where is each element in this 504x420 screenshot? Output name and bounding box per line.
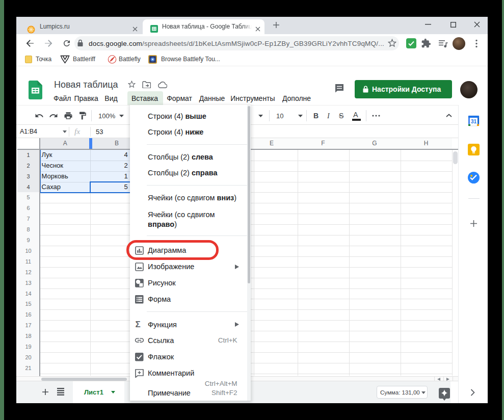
svg-text:31: 31 [471,119,477,124]
